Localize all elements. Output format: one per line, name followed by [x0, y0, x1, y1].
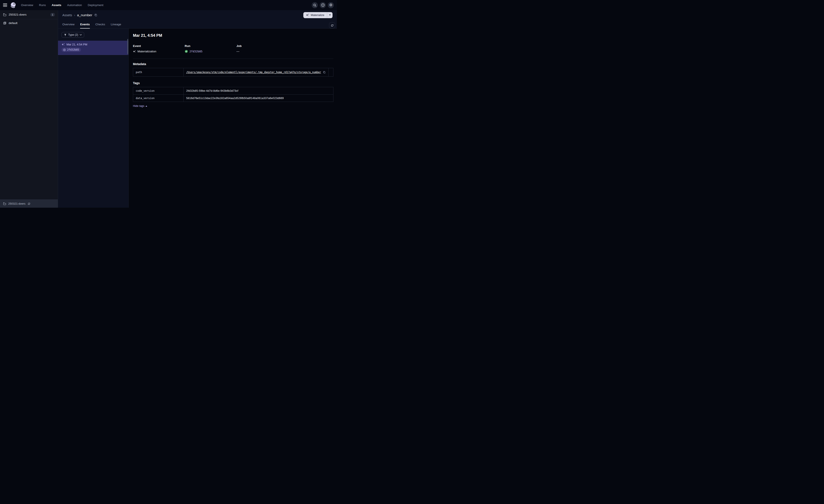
- events-list-scrollbar[interactable]: [127, 39, 128, 54]
- event-type-filter-button[interactable]: Type (2): [62, 32, 84, 38]
- search-button[interactable]: [312, 2, 318, 8]
- dagster-app-window: Overview Runs Assets Automation Deployme…: [0, 0, 337, 208]
- top-nav-links: Overview Runs Assets Automation Deployme…: [21, 3, 103, 7]
- materialize-button-label: Materialize: [311, 13, 324, 17]
- run-id-link[interactable]: 2fd32b85: [189, 50, 202, 53]
- tag-value: 5816d76e51c13dac22e3fa182a654aa2d526fb50…: [184, 95, 333, 102]
- run-column-header: Run: [185, 44, 236, 47]
- sidebar-footer[interactable]: 250321-dvers: [0, 200, 58, 208]
- metadata-actions-cell: [329, 68, 333, 77]
- event-item-run-id: 2fd32b85: [67, 48, 79, 51]
- materialize-button[interactable]: Materialize: [303, 12, 327, 18]
- asset-group-icon: [3, 21, 6, 25]
- sparkle-icon: [306, 13, 309, 17]
- breadcrumb-separator: ›: [74, 13, 75, 17]
- event-type-value: Materialization: [137, 50, 156, 53]
- tags-table: code_version 2fd32b85-59be-4d7d-8d6e-943…: [133, 87, 333, 102]
- reload-location-icon[interactable]: [27, 202, 30, 205]
- tab-overview[interactable]: Overview: [62, 23, 75, 28]
- hide-tags-label: Hide tags: [133, 105, 144, 108]
- page-title-asset-name: a_number: [77, 13, 92, 17]
- event-item-run-tag[interactable]: 2fd32b85: [62, 47, 81, 52]
- filter-funnel-icon: [64, 33, 67, 36]
- search-icon: [313, 3, 316, 7]
- run-status-icon: [63, 48, 66, 51]
- event-item-timestamp: Mar 21, 4:54 PM: [67, 43, 87, 46]
- top-nav: Overview Runs Assets Automation Deployme…: [0, 0, 337, 10]
- metadata-path-link[interactable]: /Users/smackesey/stm/code/elementl/exper…: [186, 71, 321, 74]
- tag-key: code_version: [133, 87, 184, 95]
- tab-lineage[interactable]: Lineage: [111, 23, 121, 28]
- materialize-button-group: Materialize: [303, 12, 332, 18]
- table-row: path /Users/smackesey/stm/code/elementl/…: [133, 68, 333, 77]
- job-value: —: [236, 50, 239, 53]
- table-row: data_version 5816d76e51c13dac22e3fa182a6…: [133, 95, 333, 102]
- tag-key: data_version: [133, 95, 184, 102]
- event-column-header: Event: [133, 44, 185, 47]
- asset-group-name: default: [9, 21, 17, 25]
- asset-count-badge: 1: [50, 13, 55, 16]
- nav-item-assets[interactable]: Assets: [52, 3, 61, 7]
- event-detail-panel: Mar 21, 4:54 PM Event: [129, 28, 337, 208]
- breadcrumb: Assets › a_number: [58, 10, 337, 20]
- tags-heading: Tags: [133, 81, 333, 85]
- event-detail-title: Mar 21, 4:54 PM: [133, 33, 333, 38]
- asset-tabs: Overview Events Checks Lineage: [58, 20, 337, 28]
- event-list-item-selected[interactable]: Mar 21, 4:54 PM 2fd32b85: [58, 41, 128, 55]
- run-success-icon: [185, 50, 188, 53]
- metadata-key: path: [133, 68, 184, 77]
- top-nav-actions: ? ⚙: [312, 2, 334, 8]
- gear-icon: ⚙: [329, 3, 332, 7]
- event-type-filter-label: Type (2): [68, 33, 78, 36]
- materialize-dropdown-button[interactable]: [327, 12, 332, 18]
- code-location-name: 250321-dvers: [9, 13, 27, 16]
- hide-tags-link[interactable]: Hide tags: [133, 105, 147, 108]
- job-column-header: Job: [236, 44, 241, 47]
- footer-location-name: 250321-dvers: [8, 202, 25, 205]
- nav-item-overview[interactable]: Overview: [21, 3, 33, 7]
- copy-path-button[interactable]: [323, 71, 326, 74]
- tab-events[interactable]: Events: [80, 23, 90, 28]
- folder-icon: [3, 202, 6, 205]
- svg-text:?: ?: [322, 4, 323, 6]
- sidebar-item-group-default[interactable]: default: [0, 19, 58, 27]
- event-summary: Event Materialization: [133, 44, 333, 53]
- table-row: code_version 2fd32b85-59be-4d7d-8d6e-943…: [133, 87, 333, 95]
- chevron-down-icon: [80, 34, 82, 36]
- section-divider: [133, 58, 333, 59]
- copy-asset-name-button[interactable]: [94, 13, 97, 17]
- breadcrumb-assets-link[interactable]: Assets: [62, 13, 72, 17]
- help-button[interactable]: ?: [320, 2, 326, 8]
- asset-catalog-sidebar: 250321-dvers 1 default: [0, 10, 58, 208]
- events-list-panel: Type (2): [58, 28, 129, 208]
- dagster-logo-icon[interactable]: [10, 2, 16, 8]
- tab-checks[interactable]: Checks: [96, 23, 105, 28]
- nav-item-deployment[interactable]: Deployment: [88, 3, 103, 7]
- materialization-sparkle-icon: [133, 50, 136, 53]
- tag-value: 2fd32b85-59be-4d7d-8d6e-943b6b3d73cf: [184, 87, 333, 95]
- asset-header: Assets › a_number: [58, 10, 337, 28]
- sidebar-item-code-location[interactable]: 250321-dvers 1: [0, 10, 58, 19]
- help-icon: ?: [321, 3, 325, 7]
- refresh-icon: [331, 24, 334, 27]
- folder-icon: [3, 13, 6, 16]
- settings-button[interactable]: ⚙: [328, 2, 334, 8]
- caret-down-icon: [329, 14, 331, 16]
- caret-up-icon: [145, 106, 147, 107]
- refresh-button[interactable]: [329, 22, 335, 28]
- hamburger-menu-icon[interactable]: [3, 3, 7, 7]
- metadata-table: path /Users/smackesey/stm/code/elementl/…: [133, 68, 333, 77]
- materialization-sparkle-icon: [62, 43, 65, 46]
- nav-item-automation[interactable]: Automation: [67, 3, 82, 7]
- metadata-heading: Metadata: [133, 62, 333, 66]
- nav-item-runs[interactable]: Runs: [39, 3, 46, 7]
